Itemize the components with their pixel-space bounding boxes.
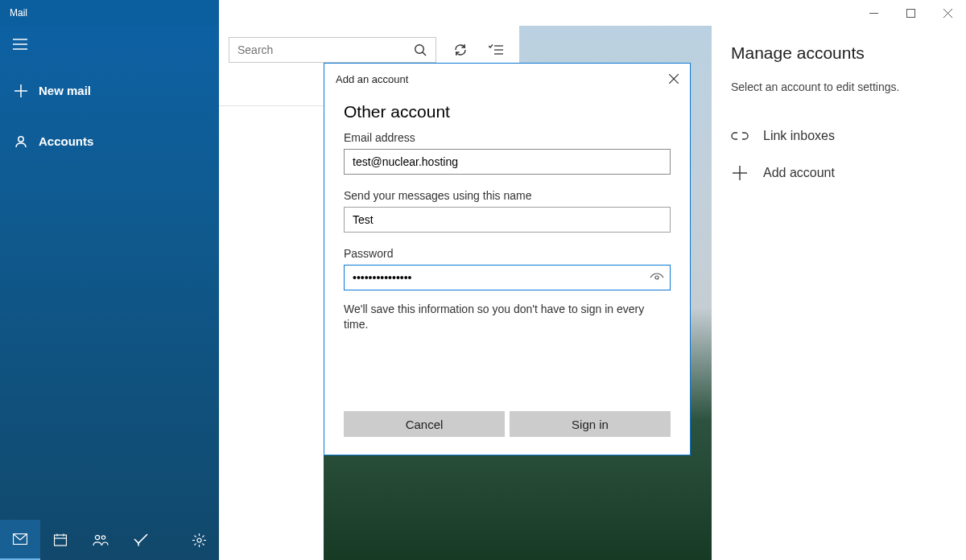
plus-icon <box>731 166 749 180</box>
svg-point-16 <box>101 536 105 539</box>
link-inboxes-label: Link inboxes <box>763 129 835 143</box>
close-button[interactable] <box>929 0 966 26</box>
dialog-note: We'll save this information so you don't… <box>344 302 671 332</box>
person-icon <box>14 135 27 148</box>
search-input-wrapper[interactable] <box>229 37 436 63</box>
panel-title: Manage accounts <box>731 43 947 63</box>
svg-line-26 <box>194 543 196 545</box>
svg-line-25 <box>202 535 204 537</box>
accounts-button[interactable]: Accounts <box>0 125 219 158</box>
sync-icon[interactable] <box>446 37 475 63</box>
select-mode-icon[interactable] <box>481 37 510 63</box>
add-account-label: Add account <box>763 166 835 180</box>
accounts-label: Accounts <box>39 134 93 148</box>
calendar-tab-icon[interactable] <box>40 520 80 560</box>
svg-point-36 <box>655 276 658 279</box>
sidebar-bottom-bar <box>0 520 219 560</box>
svg-point-27 <box>415 45 424 54</box>
svg-point-9 <box>19 136 23 141</box>
manage-accounts-panel: Manage accounts Select an account to edi… <box>712 26 966 560</box>
email-label: Email address <box>344 131 671 144</box>
link-inboxes-button[interactable]: Link inboxes <box>731 129 947 143</box>
toolbar-icons <box>446 37 510 63</box>
plus-icon <box>14 84 27 97</box>
svg-point-18 <box>197 538 201 542</box>
new-mail-button[interactable]: New mail <box>0 74 219 107</box>
todo-tab-icon[interactable] <box>121 520 161 560</box>
new-mail-label: New mail <box>39 84 91 97</box>
people-tab-icon[interactable] <box>80 520 121 560</box>
dialog-header-title: Add an account <box>336 73 408 85</box>
close-icon[interactable] <box>669 74 679 84</box>
dialog-header: Add an account <box>324 64 690 94</box>
maximize-button[interactable] <box>892 0 929 26</box>
svg-rect-1 <box>906 9 914 17</box>
cancel-button[interactable]: Cancel <box>344 411 505 437</box>
password-label: Password <box>344 247 671 260</box>
app-title-text: Mail <box>10 7 27 19</box>
window-controls <box>855 0 966 26</box>
add-account-dialog: Add an account Other account Email addre… <box>324 63 691 455</box>
hamburger-button[interactable] <box>0 26 219 63</box>
minimize-button[interactable] <box>855 0 892 26</box>
message-list-empty <box>219 106 324 560</box>
dialog-body: Other account Email address Send your me… <box>324 94 690 411</box>
search-icon[interactable] <box>405 43 436 56</box>
svg-point-15 <box>95 535 99 539</box>
dialog-buttons: Cancel Sign in <box>324 411 690 455</box>
sidebar: New mail Accounts <box>0 26 219 560</box>
signin-button[interactable]: Sign in <box>510 411 671 437</box>
svg-line-23 <box>194 535 196 537</box>
dialog-title: Other account <box>344 102 671 121</box>
settings-icon[interactable] <box>179 520 219 560</box>
email-field[interactable] <box>344 149 671 175</box>
svg-line-28 <box>423 52 426 56</box>
reveal-password-icon[interactable] <box>650 265 664 290</box>
svg-rect-11 <box>55 535 67 546</box>
search-input[interactable] <box>229 43 405 56</box>
panel-subtitle: Select an account to edit settings. <box>731 80 947 93</box>
password-field[interactable] <box>344 265 671 290</box>
add-account-button[interactable]: Add account <box>731 166 947 180</box>
mail-tab-icon[interactable] <box>0 520 40 560</box>
display-name-field[interactable] <box>344 207 671 233</box>
title-bar-gap <box>219 0 712 26</box>
app-title: Mail <box>0 0 219 26</box>
title-bar: Mail <box>0 0 966 26</box>
name-label: Send your messages using this name <box>344 189 671 202</box>
svg-line-24 <box>202 543 204 545</box>
link-icon <box>731 130 749 142</box>
